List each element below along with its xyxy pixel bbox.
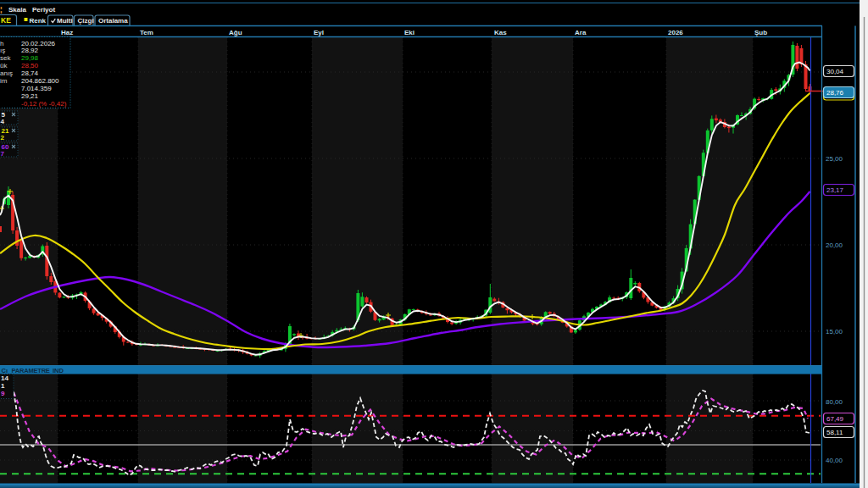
svg-text:28,92: 28,92 — [21, 47, 39, 54]
svg-text:23,17: 23,17 — [826, 186, 844, 194]
svg-text:Eki: Eki — [404, 29, 415, 36]
svg-text:29,21: 29,21 — [21, 92, 39, 100]
svg-text:Ara: Ara — [575, 29, 587, 36]
svg-text:28,76: 28,76 — [826, 89, 844, 97]
svg-text:Çizgi: Çizgi — [78, 17, 94, 25]
svg-text:Ağu: Ağu — [229, 29, 242, 36]
svg-text:IND: IND — [53, 367, 64, 374]
svg-text:7.014.359: 7.014.359 — [21, 85, 52, 92]
svg-text:204.862.800: 204.862.800 — [21, 77, 59, 85]
svg-text:PARAMETRE: PARAMETRE — [12, 367, 50, 374]
svg-text:28,50: 28,50 — [21, 62, 39, 69]
svg-text:ük: ük — [0, 62, 8, 69]
svg-text:Skala: Skala — [8, 6, 26, 14]
svg-text:Multi: Multi — [57, 17, 73, 25]
svg-text:Cı: Cı — [2, 367, 8, 374]
svg-text:28,74: 28,74 — [21, 69, 39, 77]
svg-text:Tem: Tem — [140, 29, 153, 36]
svg-text:15,00: 15,00 — [826, 328, 843, 336]
svg-text:9: 9 — [1, 390, 5, 397]
svg-text:14: 14 — [1, 374, 8, 382]
svg-text:25,00: 25,00 — [826, 155, 843, 163]
svg-text:30,04: 30,04 — [826, 68, 844, 75]
svg-text:2026: 2026 — [668, 29, 683, 36]
svg-text:Ortalama: Ortalama — [98, 17, 128, 25]
svg-text:40,00: 40,00 — [826, 457, 843, 464]
svg-text:4: 4 — [1, 118, 5, 125]
svg-text:Kas: Kas — [494, 29, 507, 36]
svg-text:80,00: 80,00 — [826, 398, 843, 406]
svg-text:Haz: Haz — [61, 29, 73, 36]
svg-text:KE: KE — [1, 16, 11, 25]
svg-text:29,98: 29,98 — [21, 54, 39, 62]
svg-text:-0,12 (% -0,42): -0,12 (% -0,42) — [21, 100, 67, 108]
svg-text:20,00: 20,00 — [826, 241, 843, 249]
svg-text:1: 1 — [1, 382, 5, 390]
svg-text:sek: sek — [0, 54, 11, 62]
svg-text:Şub: Şub — [754, 29, 767, 36]
svg-text:7: 7 — [1, 150, 5, 158]
svg-text:im: im — [0, 77, 8, 85]
svg-text:67,49: 67,49 — [826, 415, 844, 423]
svg-text:2: 2 — [1, 134, 5, 141]
svg-text:h: h — [0, 40, 3, 47]
svg-text:Eyl: Eyl — [314, 29, 324, 36]
svg-text:58,11: 58,11 — [826, 429, 843, 436]
svg-text:Renk: Renk — [30, 17, 47, 25]
svg-text:ış: ış — [0, 47, 5, 54]
svg-text:20.02.2026: 20.02.2026 — [21, 40, 56, 47]
svg-text:anış: anış — [0, 69, 13, 77]
svg-text:Periyot: Periyot — [32, 6, 55, 14]
